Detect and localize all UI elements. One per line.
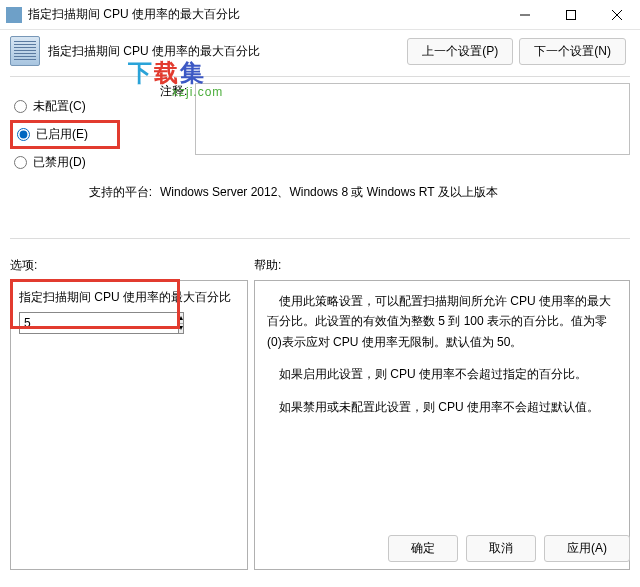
prev-setting-button[interactable]: 上一个设置(P) <box>407 38 513 65</box>
radio-enabled-label: 已启用(E) <box>36 126 88 143</box>
apply-button[interactable]: 应用(A) <box>544 535 630 562</box>
title-bar: 指定扫描期间 CPU 使用率的最大百分比 <box>0 0 640 30</box>
policy-title: 指定扫描期间 CPU 使用率的最大百分比 <box>48 43 399 60</box>
option-field-label: 指定扫描期间 CPU 使用率的最大百分比 <box>19 289 239 306</box>
radio-not-configured-label: 未配置(C) <box>33 98 86 115</box>
radio-enabled-input[interactable] <box>17 128 30 141</box>
app-icon <box>6 7 22 23</box>
close-button[interactable] <box>594 0 640 29</box>
options-header: 选项: <box>10 257 248 274</box>
next-setting-button[interactable]: 下一个设置(N) <box>519 38 626 65</box>
help-header: 帮助: <box>254 257 630 274</box>
cancel-button[interactable]: 取消 <box>466 535 536 562</box>
comment-label: 注释: <box>160 83 195 176</box>
radio-disabled[interactable]: 已禁用(D) <box>10 151 160 174</box>
ok-button[interactable]: 确定 <box>388 535 458 562</box>
radio-enabled[interactable]: 已启用(E) <box>10 120 120 149</box>
help-paragraph: 如果启用此设置，则 CPU 使用率不会超过指定的百分比。 <box>267 364 617 384</box>
platform-value: Windows Server 2012、Windows 8 或 Windows … <box>160 184 630 220</box>
spin-down-button[interactable]: ▾ <box>179 324 183 334</box>
policy-icon <box>10 36 40 66</box>
comment-textbox[interactable] <box>195 83 630 155</box>
svg-rect-1 <box>567 10 576 19</box>
radio-not-configured-input[interactable] <box>14 100 27 113</box>
window-title: 指定扫描期间 CPU 使用率的最大百分比 <box>28 6 502 23</box>
cpu-percent-input[interactable] <box>19 312 178 334</box>
radio-disabled-label: 已禁用(D) <box>33 154 86 171</box>
divider <box>10 76 630 77</box>
maximize-button[interactable] <box>548 0 594 29</box>
spin-up-button[interactable]: ▴ <box>179 313 183 324</box>
help-panel[interactable]: 使用此策略设置，可以配置扫描期间所允许 CPU 使用率的最大百分比。此设置的有效… <box>254 280 630 570</box>
platform-label: 支持的平台: <box>10 184 160 220</box>
radio-disabled-input[interactable] <box>14 156 27 169</box>
radio-not-configured[interactable]: 未配置(C) <box>10 95 160 118</box>
help-paragraph: 如果禁用或未配置此设置，则 CPU 使用率不会超过默认值。 <box>267 397 617 417</box>
help-paragraph: 使用此策略设置，可以配置扫描期间所允许 CPU 使用率的最大百分比。此设置的有效… <box>267 291 617 352</box>
minimize-button[interactable] <box>502 0 548 29</box>
options-panel: 指定扫描期间 CPU 使用率的最大百分比 ▴ ▾ <box>10 280 248 570</box>
divider-2 <box>10 238 630 239</box>
